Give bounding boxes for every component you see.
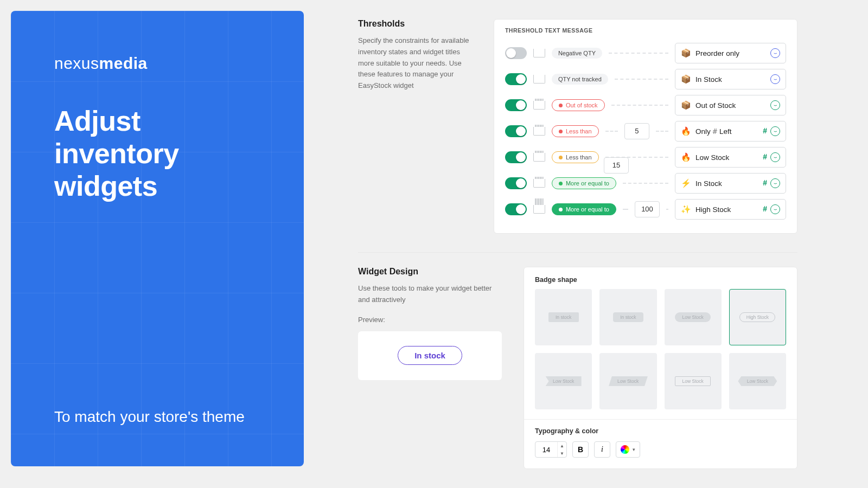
badge-shape-grid: In stock In stock Low Stock High Stock L…: [524, 289, 797, 419]
design-intro: Widget Design Use these tools to make yo…: [358, 267, 502, 324]
reaction-picker-icon[interactable]: ⌣: [770, 152, 780, 162]
inventory-level-icon: [533, 101, 545, 110]
inventory-level-icon: [533, 153, 545, 162]
thresholds-intro: Thresholds Specify the constraints for a…: [358, 19, 472, 234]
chevron-down-icon: ▾: [633, 447, 635, 452]
hero-title: Adjust inventory widgets: [54, 105, 260, 202]
inventory-level-icon: [533, 127, 545, 136]
widget-preview: In stock: [358, 331, 502, 380]
toggle-out[interactable]: [505, 99, 527, 111]
connector-line: [609, 53, 668, 54]
thresholds-caption: THRESHOLD TEXT MESSAGE: [505, 20, 786, 40]
hero-subtitle: To match your store's theme: [54, 406, 260, 428]
color-picker-button[interactable]: ▾: [616, 441, 640, 458]
threshold-row-negative: Negative QTY 📦 Preorder only ⌣: [505, 40, 786, 66]
toggle-lt5[interactable]: [505, 125, 527, 137]
connector-line: [605, 131, 618, 132]
shape-option-outline-pill[interactable]: High Stock: [729, 289, 786, 345]
bold-button[interactable]: B: [572, 441, 589, 458]
design-card: Badge shape In stock In stock Low Stock …: [524, 267, 797, 469]
message-field-out[interactable]: 📦 Out of Stock ⌣: [675, 95, 786, 115]
reaction-picker-icon[interactable]: ⌣: [770, 48, 780, 58]
box-icon: 📦: [681, 74, 691, 84]
design-desc: Use these tools to make your widget bett…: [358, 283, 502, 306]
value-input-ge100[interactable]: 100: [635, 201, 660, 217]
box-icon: 📦: [681, 100, 691, 110]
shape-option-border[interactable]: Low Stock: [665, 353, 722, 409]
toggle-negative[interactable]: [505, 47, 527, 59]
insert-count-icon[interactable]: #: [763, 126, 767, 136]
message-field-ge100[interactable]: ✨ High Stock #⌣: [675, 199, 786, 220]
brand-logo-bold: media: [99, 54, 148, 72]
reaction-picker-icon[interactable]: ⌣: [770, 126, 780, 136]
inventory-level-icon: [533, 205, 545, 214]
count-placeholder-icon: #: [713, 127, 717, 136]
state-pill-untracked: QTY not tracked: [552, 74, 608, 85]
threshold-row-ge15: More or equal to ⚡ In Stock #⌣ 15: [505, 170, 786, 196]
thresholds-card: THRESHOLD TEXT MESSAGE Negative QTY 📦 Pr…: [494, 19, 797, 234]
reaction-picker-icon[interactable]: ⌣: [770, 178, 780, 188]
connector-line: [666, 209, 668, 210]
typography-caption: Typography & color: [535, 427, 786, 435]
preview-badge: In stock: [398, 346, 462, 365]
insert-count-icon[interactable]: #: [763, 152, 767, 162]
thresholds-heading: Thresholds: [358, 19, 472, 29]
threshold-row-out: Out of stock 📦 Out of Stock ⌣: [505, 92, 786, 118]
toggle-ge100[interactable]: [505, 203, 527, 215]
connector-line: [656, 131, 668, 132]
section-divider: [358, 252, 797, 253]
message-field-lt5[interactable]: 🔥 Only # Left #⌣: [675, 121, 786, 142]
shape-option-rect[interactable]: In stock: [535, 289, 592, 345]
toggle-lt15[interactable]: [505, 151, 527, 163]
message-field-lt15[interactable]: 🔥 Low Stock #⌣: [675, 147, 786, 168]
state-pill-negative: Negative QTY: [552, 48, 602, 59]
inventory-level-icon: [533, 49, 545, 57]
shape-option-parallelogram[interactable]: Low Stock: [599, 353, 656, 409]
reaction-picker-icon[interactable]: ⌣: [770, 74, 780, 84]
value-input-lt5[interactable]: 5: [624, 123, 649, 139]
insert-count-icon[interactable]: #: [763, 204, 767, 214]
reaction-picker-icon[interactable]: ⌣: [770, 100, 780, 110]
message-field-ge15[interactable]: ⚡ In Stock #⌣: [675, 173, 786, 194]
fire-icon: 🔥: [681, 126, 691, 136]
design-heading: Widget Design: [358, 267, 502, 277]
message-field-untracked[interactable]: 📦 In Stock ⌣: [675, 69, 786, 89]
threshold-row-lt5: Less than 5 🔥 Only # Left #⌣: [505, 118, 786, 144]
connector-line: [615, 79, 668, 80]
state-pill-ge100: More or equal to: [552, 203, 616, 215]
box-icon: 📦: [681, 48, 691, 58]
italic-button[interactable]: i: [594, 441, 610, 458]
hero-card: nexusmedia Adjust inventory widgets To m…: [11, 11, 304, 466]
color-wheel-icon: [621, 445, 629, 454]
value-input-ge15[interactable]: 15: [604, 157, 629, 174]
state-pill-lt5: Less than: [552, 125, 599, 137]
state-pill-ge15: More or equal to: [552, 177, 616, 189]
message-field-negative[interactable]: 📦 Preorder only ⌣: [675, 43, 786, 63]
brand-logo: nexusmedia: [54, 54, 260, 73]
font-size-input[interactable]: 14 ▲ ▼: [535, 441, 567, 458]
connector-line: [623, 209, 628, 210]
state-pill-out: Out of stock: [552, 99, 605, 111]
connector-line: [611, 105, 668, 106]
bolt-icon: ⚡: [681, 178, 691, 188]
stepper-down-icon[interactable]: ▼: [558, 450, 566, 457]
reaction-picker-icon[interactable]: ⌣: [770, 204, 780, 214]
shape-option-pill[interactable]: Low Stock: [665, 289, 722, 345]
state-pill-lt15: Less than: [552, 151, 599, 163]
toggle-untracked[interactable]: [505, 73, 527, 85]
stepper-up-icon[interactable]: ▲: [558, 442, 566, 450]
badge-shape-caption: Badge shape: [524, 267, 797, 289]
threshold-row-ge100: More or equal to 100 ✨ High Stock #⌣: [505, 196, 786, 222]
brand-logo-light: nexus: [54, 54, 99, 72]
thresholds-desc: Specify the constraints for available in…: [358, 35, 472, 92]
settings-panel: Thresholds Specify the constraints for a…: [358, 19, 797, 469]
fire-icon: 🔥: [681, 152, 691, 162]
toggle-ge15[interactable]: [505, 177, 527, 189]
insert-count-icon[interactable]: #: [763, 178, 767, 188]
sparkle-icon: ✨: [681, 204, 691, 214]
shape-option-arrow[interactable]: Low Stock: [535, 353, 592, 409]
shape-option-rounded[interactable]: In stock: [599, 289, 656, 345]
preview-label: Preview:: [358, 316, 502, 324]
threshold-row-untracked: QTY not tracked 📦 In Stock ⌣: [505, 66, 786, 92]
shape-option-ribbon[interactable]: Low Stock: [729, 353, 786, 409]
